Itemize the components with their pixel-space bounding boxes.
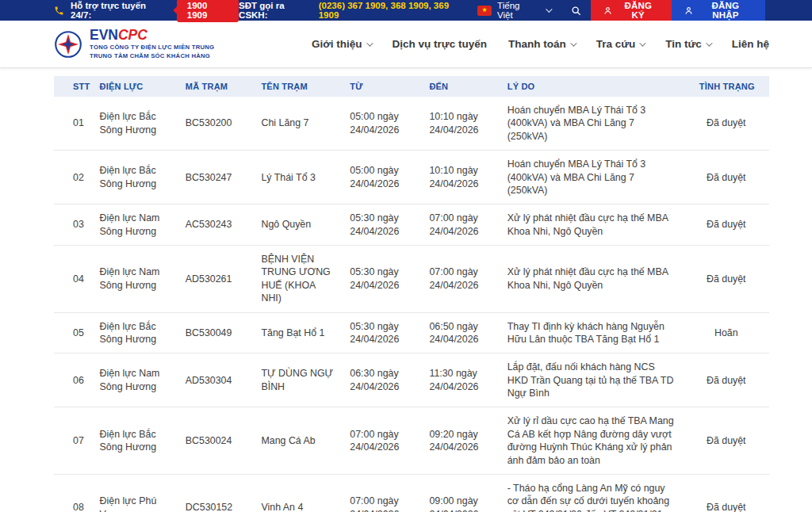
table-row: 02 Điện lực Bắc Sông Hương BC530247 Lý T… <box>54 151 769 204</box>
table-row: 01 Điện lực Bắc Sông Hương BC530200 Chi … <box>54 97 769 151</box>
col-stt: STT <box>54 76 94 97</box>
cell-dien-luc: Điện lực Bắc Sông Hương <box>94 312 179 353</box>
chevron-down-icon <box>366 40 373 46</box>
cell-tinh-trang: Hoãn <box>685 312 769 353</box>
cell-den: 06:50 ngày 24/04/2026 <box>423 312 500 353</box>
nav-item-label: Tra cứu <box>596 38 636 50</box>
cell-dien-luc: Điện lực Bắc Sông Hương <box>94 407 179 475</box>
cell-ten-tram: Lý Thái Tổ 3 <box>255 151 343 204</box>
cell-ten-tram: Ngô Quyền <box>255 204 343 246</box>
cell-stt: 05 <box>54 312 94 353</box>
topbar: Hỗ trợ trực tuyến 24/7: 1900 1909 SĐT gọ… <box>0 0 812 21</box>
evn-logo-icon <box>54 30 82 59</box>
nav-item-label: Dịch vụ trực tuyến <box>393 38 487 50</box>
cell-den: 09:20 ngày 24/04/2026 <box>423 407 500 475</box>
col-ly-do: LÝ DO <box>501 76 685 97</box>
table-row: 06 Điện lực Nam Sông Hương AD530304 TỰ D… <box>54 353 769 407</box>
col-tinh-trang: TÌNH TRẠNG <box>685 76 769 97</box>
cell-tinh-trang: Đã duyệt <box>685 204 769 246</box>
cell-dien-luc: Điện lực Nam Sông Hương <box>94 246 179 313</box>
cell-ly-do: Xử lý rỉ dầu cực cao hạ thế TBA Mang Cá … <box>501 407 685 475</box>
cell-tinh-trang: Đã duyệt <box>685 246 769 313</box>
login-label: ĐĂNG NHẬP <box>699 1 753 20</box>
cell-tinh-trang: Đã duyệt <box>685 151 769 204</box>
cell-ma-tram: BC530247 <box>179 151 255 204</box>
register-button[interactable]: ĐĂNG KÝ <box>591 0 672 21</box>
user-icon <box>603 6 612 15</box>
cell-den: 09:00 ngày 24/04/2026 <box>423 474 500 512</box>
cell-tu: 05:00 ngày 24/04/2026 <box>343 151 423 204</box>
table-row: 08 Điện lực Phú Vang DC530152 Vinh An 4 … <box>54 474 769 512</box>
cell-dien-luc: Điện lực Bắc Sông Hương <box>94 97 179 151</box>
cell-ten-tram: Tăng Bạt Hổ 1 <box>255 312 343 353</box>
nav-item-1[interactable]: Dịch vụ trực tuyến <box>393 38 487 50</box>
cell-ten-tram: Mang Cá Ab <box>255 407 343 475</box>
col-den: ĐẾN <box>423 76 500 97</box>
cell-ten-tram: BỆNH VIỆN TRUNG ƯƠNG HUẾ (KHOA NHI) <box>255 246 343 313</box>
cell-ten-tram: TỰ DÙNG NGỰ BÌNH <box>255 353 343 407</box>
nav-item-0[interactable]: Giới thiệu <box>312 38 371 50</box>
vn-flag-icon: ★ <box>477 6 492 16</box>
support-label: Hỗ trợ trực tuyến 24/7: <box>71 1 166 20</box>
org-line-2: TRUNG TÂM CHĂM SÓC KHÁCH HÀNG <box>90 52 214 60</box>
cell-ten-tram: Vinh An 4 <box>255 474 343 512</box>
table-row: 07 Điện lực Bắc Sông Hương BC530024 Mang… <box>54 407 769 475</box>
cell-tu: 05:30 ngày 24/04/2026 <box>343 204 423 246</box>
cskh-label: SĐT gọi ra CSKH: <box>239 1 313 20</box>
cell-ma-tram: AC530243 <box>179 204 255 246</box>
cell-ly-do: Hoán chuyển MBA Lý Thái Tổ 3 (400kVA) và… <box>501 151 685 204</box>
language-selector[interactable]: ★ Tiếng Việt <box>477 0 550 21</box>
nav-item-label: Thanh toán <box>508 38 566 50</box>
cell-ly-do: Hoán chuyển MBA Lý Thái Tổ 3 (400kVA) và… <box>501 97 685 151</box>
cell-tu: 05:00 ngày 24/04/2026 <box>343 97 423 151</box>
chevron-down-icon <box>546 6 552 12</box>
nav-item-label: Liên hệ <box>732 38 769 50</box>
cell-tinh-trang: Đã duyệt <box>685 97 769 151</box>
cell-ma-tram: DC530152 <box>179 474 255 512</box>
main-nav: Giới thiệuDịch vụ trực tuyếnThanh toánTr… <box>312 38 769 50</box>
search-button[interactable] <box>561 0 591 21</box>
chevron-down-icon <box>706 40 712 46</box>
cell-den: 07:00 ngày 24/04/2026 <box>423 246 500 313</box>
col-tu: TỪ <box>343 76 423 97</box>
cell-ma-tram: BC530049 <box>179 312 255 353</box>
table-row: 05 Điện lực Bắc Sông Hương BC530049 Tăng… <box>54 312 769 353</box>
col-ten-tram: TÊN TRẠM <box>255 76 343 97</box>
cell-tu: 05:30 ngày 24/04/2026 <box>343 246 423 313</box>
cskh-numbers: (0236) 367 1909, 368 1909, 369 1909 <box>319 1 466 20</box>
chevron-down-icon <box>639 40 645 46</box>
nav-item-label: Giới thiệu <box>312 38 362 50</box>
nav-item-2[interactable]: Thanh toán <box>508 38 575 50</box>
hotline-badge[interactable]: 1900 1909 <box>177 0 239 22</box>
cell-tu: 05:30 ngày 24/04/2026 <box>343 312 423 353</box>
login-button[interactable]: ĐĂNG NHẬP <box>672 0 765 21</box>
cell-stt: 01 <box>54 97 94 151</box>
content-area: STT ĐIỆN LỰC MÃ TRẠM TÊN TRẠM TỪ ĐẾN LÝ … <box>0 68 812 512</box>
col-dien-luc: ĐIỆN LỰC <box>94 76 179 97</box>
logo[interactable]: EVNCPC TỔNG CÔNG TY ĐIỆN LỰC MIỀN TRUNG … <box>54 28 214 60</box>
phone-icon <box>54 6 64 16</box>
cell-tu: 07:00 ngày 24/04/2026 <box>343 474 423 512</box>
cell-ma-tram: AD530261 <box>179 246 255 313</box>
cell-stt: 04 <box>54 246 94 313</box>
outage-table: STT ĐIỆN LỰC MÃ TRẠM TÊN TRẠM TỪ ĐẾN LÝ … <box>54 76 769 512</box>
cell-den: 10:10 ngày 24/04/2026 <box>423 97 500 151</box>
nav-item-4[interactable]: Tin tức <box>665 38 710 50</box>
col-ma-tram: MÃ TRẠM <box>179 76 255 97</box>
cell-ma-tram: BC530024 <box>179 407 255 475</box>
nav-item-5[interactable]: Liên hệ <box>732 38 769 50</box>
cell-dien-luc: Điện lực Nam Sông Hương <box>94 353 179 407</box>
table-row: 03 Điện lực Nam Sông Hương AC530243 Ngô … <box>54 204 769 246</box>
cell-ly-do: - Tháo hạ cổng Làng An Mỹ có nguy cơ dẫn… <box>501 474 685 512</box>
cell-ly-do: Xử lý phát nhiệt đầu cực hạ thế MBA Khoa… <box>501 246 685 313</box>
search-icon <box>571 6 581 16</box>
cell-stt: 08 <box>54 474 94 512</box>
language-label: Tiếng Việt <box>497 1 536 20</box>
nav-item-3[interactable]: Tra cứu <box>596 38 645 50</box>
cell-den: 11:30 ngày 24/04/2026 <box>423 353 500 407</box>
register-label: ĐĂNG KÝ <box>618 1 659 20</box>
cell-dien-luc: Điện lực Phú Vang <box>94 474 179 512</box>
cell-ly-do: Thay TI định kỳ khách hàng Nguyễn Hữu Lâ… <box>501 312 685 353</box>
cell-tinh-trang: Đã duyệt <box>685 474 769 512</box>
cell-dien-luc: Điện lực Nam Sông Hương <box>94 204 179 246</box>
